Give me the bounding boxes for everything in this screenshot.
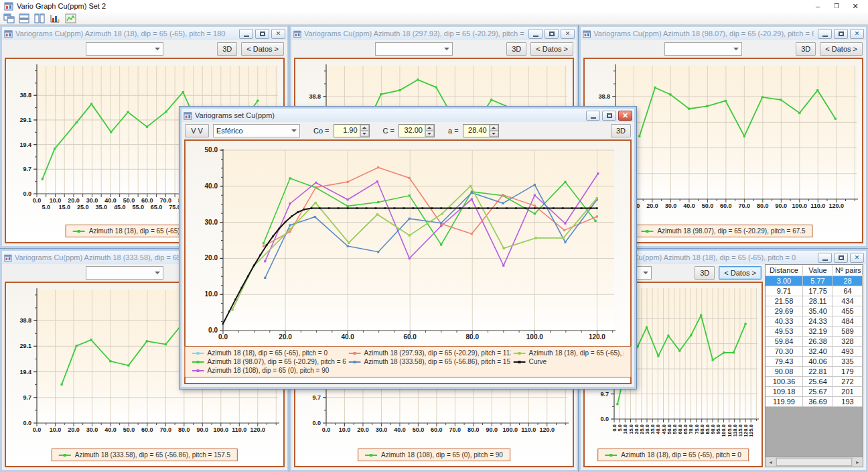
scroll-right-icon[interactable]: ► [853,457,863,467]
table-cell[interactable]: 328 [833,337,863,346]
table-cell[interactable]: 59.84 [766,337,803,346]
table-cell[interactable]: 90.08 [766,367,803,376]
table-row[interactable]: 29.6935.40455 [766,306,863,316]
window-titlebar[interactable]: Variograms Cu(ppm) Azimuth 18 (98.07), d… [581,27,866,40]
app-maximize-button[interactable]: ❐ [832,3,841,9]
table-cell[interactable]: 201 [833,387,863,396]
table-cell[interactable]: 36.69 [803,397,833,406]
a-spinner[interactable]: 28.40 [463,124,499,137]
series-combobox[interactable] [375,42,453,56]
table-row[interactable]: 109.1825.67201 [766,387,863,397]
table-cell[interactable]: 40.06 [803,357,833,366]
table-cell[interactable]: 484 [833,316,863,326]
window-titlebar[interactable]: Variograms set Cu(ppm) ✕ [182,109,634,122]
table-cell[interactable]: 335 [833,357,863,366]
table-cell[interactable]: 9.71 [766,286,803,296]
table-cell[interactable]: 29.69 [766,306,803,316]
close-button[interactable]: ✕ [850,29,864,39]
spin-up-icon[interactable] [362,127,366,129]
table-row[interactable]: 21.5828.11434 [766,296,863,306]
table-cell[interactable]: 22.81 [803,367,833,376]
close-button[interactable]: ✕ [618,111,632,121]
datos-button[interactable]: < Datos > [719,266,762,280]
spin-up-icon[interactable] [492,127,496,129]
3d-button[interactable]: 3D [695,266,715,280]
model-combobox[interactable]: Esférico [213,124,300,137]
datos-button[interactable]: < Datos > [820,42,863,56]
table-cell[interactable]: 25.67 [803,387,833,396]
table-cell[interactable]: 17.75 [803,286,833,296]
table-row[interactable]: 49.5332.19589 [766,327,863,337]
table-cell[interactable]: 32.19 [803,327,833,336]
3d-button[interactable]: 3D [796,42,816,56]
c-spinner[interactable]: 32.00 [399,124,435,137]
minimize-button[interactable] [528,29,542,39]
tile-vertical-icon[interactable] [33,13,46,24]
table-row[interactable]: 9.7117.7564 [766,286,863,296]
table-cell[interactable]: 26.38 [803,337,833,346]
table-row[interactable]: 119.9936.69193 [766,397,863,407]
table-cell[interactable]: 24.33 [803,316,833,326]
scrollbar-thumb[interactable] [776,458,852,466]
spin-down-icon[interactable] [362,133,366,135]
scroll-left-icon[interactable]: ◄ [766,457,776,467]
table-cell[interactable]: 109.18 [766,387,803,396]
table-cell[interactable]: 193 [833,397,863,406]
series-combobox[interactable] [86,266,163,280]
app-close-button[interactable]: ✕ [851,2,860,11]
cascade-windows-icon[interactable] [2,13,15,24]
table-cell[interactable]: 455 [833,306,863,316]
spin-up-icon[interactable] [427,127,431,129]
table-cell[interactable]: 64 [833,286,863,296]
table-row[interactable]: 3.005.7728 [766,276,863,286]
table-cell[interactable]: 70.30 [766,347,803,356]
series-combobox[interactable] [86,42,163,56]
table-row[interactable]: 79.4340.06335 [766,357,863,367]
close-button[interactable]: ✕ [850,253,864,263]
window-titlebar[interactable]: Variograms Cu(ppm) Azimuth 18 (297.93), … [291,27,577,40]
line-chart-icon[interactable] [64,13,77,24]
table-row[interactable]: 90.0822.81179 [766,367,863,377]
table-cell[interactable]: 28.11 [803,296,833,306]
table-cell[interactable]: 21.58 [766,296,803,306]
minimize-button[interactable] [586,111,600,121]
datos-button[interactable]: < Datos > [241,42,284,56]
table-cell[interactable]: 100.36 [766,377,803,386]
maximize-button[interactable] [834,253,848,263]
maximize-button[interactable] [834,29,848,39]
table-cell[interactable]: 40.33 [766,316,803,326]
table-cell[interactable]: 28 [833,276,863,286]
bar-chart-icon[interactable] [48,13,62,24]
maximize-button[interactable] [255,29,269,39]
window-titlebar[interactable]: Variograms Cu(ppm) Azimuth 18 (18), dip … [2,27,287,40]
3d-button[interactable]: 3D [611,124,631,137]
series-combobox[interactable] [664,42,742,56]
table-cell[interactable]: 32.40 [803,347,833,356]
table-cell[interactable]: 493 [833,347,863,356]
app-minimize-button[interactable]: – [813,2,822,10]
minimize-button[interactable] [239,29,253,39]
datos-button[interactable]: < Datos > [530,42,573,56]
table-cell[interactable]: 49.53 [766,327,803,336]
table-cell[interactable]: 25.64 [803,377,833,386]
3d-button[interactable]: 3D [506,42,526,56]
table-cell[interactable]: 35.40 [803,306,833,316]
table-row[interactable]: 59.8426.38328 [766,337,863,347]
scrollbar-track[interactable] [776,457,853,467]
table-cell[interactable]: 272 [833,377,863,386]
maximize-button[interactable] [545,29,559,39]
table-row[interactable]: 70.3032.40493 [766,347,863,357]
table-cell[interactable]: 434 [833,296,863,306]
table-row[interactable]: 40.3324.33484 [766,316,863,327]
table-cell[interactable]: 119.99 [766,397,803,406]
spin-down-icon[interactable] [427,133,431,135]
table-header-distance[interactable]: Distance [766,266,803,275]
table-row[interactable]: 100.3625.64272 [766,377,863,387]
maximize-button[interactable] [602,111,616,121]
table-horizontal-scrollbar[interactable]: ◄ ► [766,457,863,467]
table-header-pairs[interactable]: Nº pairs [833,266,863,275]
co-spinner[interactable]: 1.90 [334,124,370,137]
close-button[interactable]: ✕ [561,29,575,39]
table-header-value[interactable]: Value [803,266,833,275]
spin-down-icon[interactable] [492,133,496,135]
